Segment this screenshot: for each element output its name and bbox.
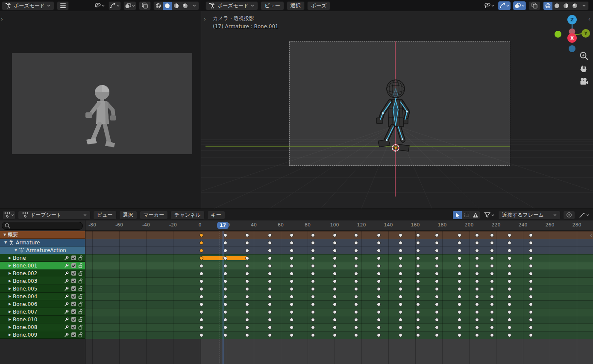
keyframe[interactable] — [508, 287, 511, 291]
channel-row-Bone.010[interactable]: ▶Bone.010 — [0, 316, 85, 323]
keyframe[interactable] — [508, 333, 511, 337]
keyframe[interactable] — [268, 302, 272, 306]
keyframe[interactable] — [354, 264, 358, 268]
keyframe[interactable] — [490, 272, 494, 276]
keyframe[interactable] — [399, 302, 402, 306]
shading-rendered-button[interactable] — [181, 2, 190, 10]
keyframe[interactable] — [475, 302, 479, 306]
keyframe[interactable] — [245, 326, 249, 329]
keyframe[interactable] — [490, 249, 494, 252]
select-visibility-dropdown-left[interactable] — [93, 1, 106, 10]
keyframe[interactable] — [458, 318, 461, 322]
expand-triangle-icon[interactable]: ▶ — [9, 310, 13, 314]
keyframe[interactable] — [475, 318, 479, 322]
keyframe[interactable] — [490, 318, 494, 322]
keyframe[interactable] — [290, 295, 294, 299]
channel-row-ArmatureAction[interactable]: ▼ArmatureAction — [0, 247, 85, 254]
keyframe[interactable] — [416, 295, 420, 299]
keyframe[interactable] — [223, 256, 227, 260]
keyframe[interactable] — [377, 295, 381, 299]
keyframe[interactable] — [458, 310, 461, 314]
menu-marker-ds[interactable]: マーカー — [140, 211, 168, 220]
keyframe[interactable] — [399, 256, 402, 260]
keyframe[interactable] — [333, 241, 337, 245]
keyframe[interactable] — [416, 233, 420, 237]
keyframe[interactable] — [290, 279, 294, 283]
keyframe[interactable] — [200, 302, 203, 306]
keyframe[interactable] — [268, 318, 272, 322]
keyframe[interactable] — [508, 256, 511, 260]
overlays-toggle-left[interactable] — [123, 1, 136, 10]
keyframe[interactable] — [435, 241, 439, 245]
keyframe[interactable] — [223, 241, 227, 245]
keyframe-row-概要[interactable] — [85, 231, 593, 239]
keyframe[interactable] — [290, 326, 294, 329]
keyframe[interactable] — [311, 279, 315, 283]
keyframe[interactable] — [354, 310, 358, 314]
keyframe[interactable] — [200, 233, 203, 237]
keyframe[interactable] — [200, 295, 203, 299]
keyframe[interactable] — [377, 333, 381, 337]
keyframe-area[interactable]: -80-60-40-200204060801001201401601802002… — [85, 220, 593, 364]
keyframe[interactable] — [245, 287, 249, 291]
menu-select-ds[interactable]: 選択 — [119, 211, 137, 220]
expand-triangle-icon[interactable]: ▶ — [9, 271, 13, 275]
keyframe[interactable] — [333, 233, 337, 237]
xray-toggle-right[interactable] — [528, 1, 540, 10]
keyframe[interactable] — [377, 287, 381, 291]
keyframe[interactable] — [268, 279, 272, 283]
region-expand-arrow[interactable]: › — [1, 16, 3, 22]
keyframe[interactable] — [458, 249, 461, 252]
keyframe[interactable] — [268, 326, 272, 329]
keyframe[interactable] — [490, 295, 494, 299]
keyframe[interactable] — [377, 256, 381, 260]
keyframe[interactable] — [435, 295, 439, 299]
channel-row-Bone.005[interactable]: ▶Bone.005 — [0, 285, 85, 293]
keyframe[interactable] — [268, 264, 272, 268]
keyframe[interactable] — [333, 256, 337, 260]
keyframe[interactable] — [290, 310, 294, 314]
unlock-icon[interactable] — [78, 263, 83, 268]
keyframe[interactable] — [354, 233, 358, 237]
keyframe[interactable] — [435, 310, 439, 314]
keyframe[interactable] — [290, 287, 294, 291]
keyframe[interactable] — [268, 295, 272, 299]
shading-solid-button[interactable] — [552, 2, 561, 10]
keyframe[interactable] — [458, 326, 461, 329]
keyframe[interactable] — [529, 272, 533, 276]
keyframe-row-Bone.006[interactable] — [85, 300, 593, 308]
channel-enable-checkbox[interactable] — [71, 309, 76, 314]
keyframe[interactable] — [508, 279, 511, 283]
keyframe[interactable] — [490, 310, 494, 314]
keyframe[interactable] — [529, 310, 533, 314]
keyframe[interactable] — [529, 256, 533, 260]
keyframe[interactable] — [508, 241, 511, 245]
keyframe[interactable] — [490, 256, 494, 260]
keyframe[interactable] — [475, 249, 479, 252]
menu-select-right[interactable]: 選択 — [287, 1, 305, 10]
keyframe[interactable] — [399, 333, 402, 337]
keyframe[interactable] — [223, 333, 227, 337]
collapse-triangle-icon[interactable]: ▼ — [4, 241, 9, 244]
keyframe[interactable] — [200, 272, 203, 276]
keyframe[interactable] — [490, 302, 494, 306]
keyframe[interactable] — [245, 295, 249, 299]
expand-triangle-icon[interactable]: ▶ — [9, 279, 13, 283]
keyframe-row-Bone[interactable] — [85, 254, 593, 262]
select-visibility-dropdown-right[interactable] — [482, 1, 496, 10]
keyframe[interactable] — [529, 233, 533, 237]
keyframe[interactable] — [333, 333, 337, 337]
keyframe[interactable] — [416, 302, 420, 306]
only-selected-toggle[interactable] — [453, 211, 462, 219]
keyframe[interactable] — [490, 233, 494, 237]
keyframe[interactable] — [354, 241, 358, 245]
keyframe[interactable] — [399, 241, 402, 245]
keyframe[interactable] — [377, 326, 381, 329]
keyframe[interactable] — [223, 302, 227, 306]
region-collapse-arrow[interactable]: ‹ — [590, 232, 592, 238]
channel-row-Bone[interactable]: ▶Bone — [0, 254, 85, 262]
expand-triangle-icon[interactable]: ▶ — [9, 317, 13, 321]
keyframe[interactable] — [490, 241, 494, 245]
keyframe[interactable] — [416, 256, 420, 260]
keyframe-row-Bone.007[interactable] — [85, 308, 593, 316]
